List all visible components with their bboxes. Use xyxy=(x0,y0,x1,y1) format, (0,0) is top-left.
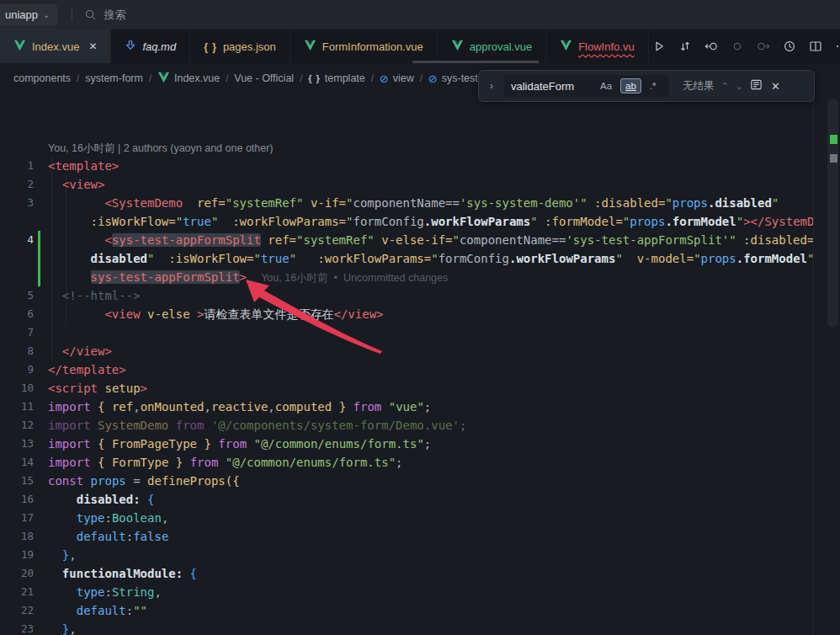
find-input-box[interactable]: Aa ab .* xyxy=(504,75,669,97)
tab-pages-json[interactable]: { }pages.json xyxy=(190,29,290,63)
close-icon[interactable]: ✕ xyxy=(88,40,97,52)
line-number: 21 xyxy=(0,583,34,601)
code-line[interactable]: 1<template> xyxy=(0,157,813,175)
match-case-button[interactable]: Aa xyxy=(595,78,617,93)
git-modified-gutter xyxy=(38,249,40,268)
line-number: 7 xyxy=(0,323,34,342)
code-editor[interactable]: You, 16小时前 | 2 authors (yaoyn and one ot… xyxy=(0,93,813,635)
tab-label: approval.vue xyxy=(470,40,532,53)
code-text: <view> xyxy=(34,175,104,194)
split-editor-button[interactable] xyxy=(805,36,826,56)
code-line[interactable]: 4 <sys-test-appFormSplit ref="systemRef"… xyxy=(0,231,813,249)
previous-change-button[interactable] xyxy=(701,36,721,56)
symbol-icon: ⊘ xyxy=(380,72,389,85)
code-text: <SystemDemo ref="systemRef" v-if="compon… xyxy=(34,194,779,212)
run-button[interactable] xyxy=(649,36,669,56)
code-line[interactable]: 9</template> xyxy=(0,360,813,379)
code-line[interactable]: sys-test-appFormSplit> You, 16小时前 • Unco… xyxy=(0,268,813,286)
code-line[interactable]: 10<script setup> xyxy=(0,379,813,398)
code-line[interactable]: 5 <!--html--> xyxy=(0,286,813,305)
toggle-replace-button[interactable]: › xyxy=(486,80,497,92)
whole-word-button[interactable]: ab xyxy=(620,78,641,93)
line-number xyxy=(0,268,34,286)
breadcrumb-item-system-form[interactable]: system-form xyxy=(85,72,143,84)
git-compare-button[interactable] xyxy=(675,36,695,56)
tab-flowinfo-vu[interactable]: FlowInfo.vu xyxy=(546,29,648,63)
code-line[interactable]: 22 default:"" xyxy=(0,601,813,620)
code-line[interactable]: 19 }, xyxy=(0,546,813,564)
code-line[interactable]: 8 </view> xyxy=(0,342,813,360)
modified-line-marker xyxy=(830,135,837,144)
line-number: 1 xyxy=(0,157,34,175)
find-in-selection-button[interactable] xyxy=(750,78,763,94)
tab-approval-vue[interactable]: approval.vue xyxy=(438,29,546,63)
scrollbar-thumb[interactable] xyxy=(827,99,838,328)
tab-label: FlowInfo.vu xyxy=(578,40,634,53)
breadcrumb-separator: / xyxy=(77,73,79,83)
line-number: 23 xyxy=(0,620,34,635)
global-search[interactable]: 搜索 xyxy=(84,8,125,23)
code-line[interactable]: 17 type:Boolean, xyxy=(0,509,813,527)
code-line[interactable]: 12import SystemDemo from '@/components/s… xyxy=(0,416,813,435)
overview-ruler[interactable] xyxy=(813,93,840,635)
code-text: const props = defineProps({ xyxy=(34,472,240,490)
line-number: 13 xyxy=(0,435,34,453)
next-match-button[interactable]: ⌄ xyxy=(736,81,743,92)
find-widget: › Aa ab .* 无结果 ⌃ ⌄ ✕ xyxy=(478,70,815,102)
code-line[interactable]: 6 <view v-else >请检查表单文件是否存在</view> xyxy=(0,305,813,323)
search-label: 搜索 xyxy=(104,8,125,23)
breadcrumb-item-vue-official[interactable]: Vue - Official xyxy=(234,72,294,84)
code-line[interactable]: 13import { FromPageType } from "@/common… xyxy=(0,435,813,453)
line-number xyxy=(0,138,34,157)
code-line[interactable]: You, 16小时前 | 2 authors (yaoyn and one ot… xyxy=(0,138,813,157)
tab-label: pages.json xyxy=(223,40,276,53)
close-icon[interactable]: ✕ xyxy=(771,80,780,93)
line-number: 8 xyxy=(0,342,34,360)
line-number: 4 xyxy=(0,231,34,249)
breadcrumb-item-index-vue[interactable]: Index.vue xyxy=(157,72,220,86)
code-line[interactable]: 7 xyxy=(0,323,813,342)
breadcrumb-item-template[interactable]: { }template xyxy=(308,72,365,84)
history-button[interactable] xyxy=(779,36,800,56)
git-modified-gutter xyxy=(38,268,40,286)
find-input[interactable] xyxy=(511,80,592,93)
line-number: 18 xyxy=(0,527,34,546)
code-line[interactable]: 21 type:String, xyxy=(0,583,813,601)
code-line[interactable]: :isWorkFlow="true" :workFlowParams="form… xyxy=(0,212,813,231)
code-text: type:String, xyxy=(34,583,162,601)
code-line[interactable]: 11import { ref,onMounted,reactive,comput… xyxy=(0,398,813,416)
code-line[interactable]: 14import { FormType } from "@/common/enu… xyxy=(0,453,813,472)
more-actions-button[interactable] xyxy=(832,36,840,56)
code-line[interactable]: disabled" :isWorkFlow="true" :workFlowPa… xyxy=(0,249,813,268)
code-text: </template> xyxy=(34,360,126,379)
code-text: <sys-test-appFormSplit ref="systemRef" v… xyxy=(34,231,813,249)
code-line[interactable]: 20 functionalModule: { xyxy=(0,564,813,583)
regex-button[interactable]: .* xyxy=(645,78,662,93)
vue-icon xyxy=(560,40,572,54)
previous-match-button[interactable]: ⌃ xyxy=(721,81,729,92)
code-line[interactable]: 15const props = defineProps({ xyxy=(0,472,813,490)
code-text: }, xyxy=(34,546,77,564)
code-text: functionalModule: { xyxy=(34,564,197,583)
braces-icon: { } xyxy=(308,72,321,84)
tab-forminformation-vue[interactable]: FormInformation.vue xyxy=(290,29,438,63)
code-line[interactable]: 18 default:false xyxy=(0,527,813,546)
tab-faq-md[interactable]: faq.md xyxy=(111,29,190,63)
code-text: import SystemDemo from '@/components/sys… xyxy=(34,416,466,435)
change-indicator xyxy=(727,36,747,56)
code-line[interactable]: 16 disabled: { xyxy=(0,490,813,509)
code-line[interactable]: 3 <SystemDemo ref="systemRef" v-if="comp… xyxy=(0,194,813,212)
code-line[interactable]: 2 <view> xyxy=(0,175,813,194)
app-menu-button[interactable]: uniapp ⌄ xyxy=(0,4,58,26)
tab-index-vue[interactable]: Index.vue✕ xyxy=(0,29,111,63)
code-text: </view> xyxy=(34,342,112,360)
code-line[interactable]: 23 }, xyxy=(0,620,813,635)
find-results-count: 无结果 xyxy=(683,79,715,93)
vue-icon xyxy=(304,40,316,54)
breadcrumb-item-components[interactable]: components xyxy=(13,72,71,84)
breadcrumb-item-view[interactable]: ⊘view xyxy=(380,72,414,85)
editor-pane: components/system-form/Index.vue/Vue - O… xyxy=(0,63,840,635)
git-modified-gutter xyxy=(38,231,40,249)
window-title-bar: uniapp ⌄ 搜索 xyxy=(0,0,840,29)
code-text: <!--html--> xyxy=(34,286,141,305)
